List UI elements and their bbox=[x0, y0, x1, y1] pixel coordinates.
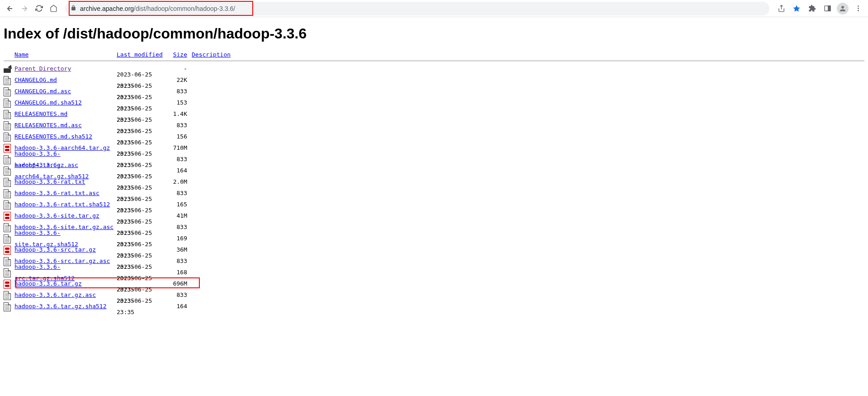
archive-file-icon bbox=[4, 246, 11, 255]
file-size: 833 bbox=[171, 289, 187, 301]
file-size: 833 bbox=[171, 119, 187, 131]
svg-point-4 bbox=[858, 8, 859, 9]
file-size: 833 bbox=[171, 86, 187, 97]
file-size: 164 bbox=[171, 301, 187, 312]
svg-point-5 bbox=[858, 10, 859, 11]
parent-directory-link[interactable]: Parent Directory bbox=[14, 65, 71, 72]
file-link[interactable]: hadoop-3.3.6.tar.gz.asc bbox=[14, 291, 96, 298]
text-file-icon bbox=[4, 99, 11, 108]
file-size: 1.4K bbox=[171, 108, 187, 119]
home-button[interactable] bbox=[47, 2, 60, 15]
forward-button[interactable] bbox=[18, 2, 31, 15]
file-link[interactable]: CHANGELOG.md bbox=[14, 76, 57, 83]
file-size: 833 bbox=[171, 221, 187, 233]
file-size: 164 bbox=[171, 165, 187, 176]
text-file-icon bbox=[4, 133, 11, 142]
text-file-icon bbox=[4, 257, 11, 266]
file-link[interactable]: RELEASENOTES.md.sha512 bbox=[14, 133, 92, 140]
menu-icon[interactable] bbox=[852, 2, 864, 15]
listing-header: Name Last modified Size Description bbox=[4, 51, 864, 60]
profile-avatar[interactable] bbox=[836, 2, 849, 15]
file-size: 833 bbox=[171, 187, 187, 199]
file-size: 833 bbox=[171, 255, 187, 267]
text-file-icon bbox=[4, 302, 11, 311]
text-file-icon bbox=[4, 87, 11, 96]
file-size: 41M bbox=[171, 210, 187, 221]
text-file-icon bbox=[4, 234, 11, 243]
text-file-icon bbox=[4, 167, 11, 176]
file-size: 153 bbox=[171, 97, 187, 108]
file-link[interactable]: hadoop-3.3.6.tar.gz bbox=[14, 280, 82, 287]
file-link[interactable]: CHANGELOG.md.sha512 bbox=[14, 99, 82, 106]
directory-listing: Name Last modified Size Description Pare… bbox=[4, 51, 864, 312]
file-link[interactable]: hadoop-3.3.6-rat.txt.sha512 bbox=[14, 201, 110, 208]
file-size: 156 bbox=[171, 131, 187, 142]
file-size: 169 bbox=[171, 233, 187, 244]
sort-modified[interactable]: Last modified bbox=[117, 51, 163, 58]
file-link[interactable]: hadoop-3.3.6-site.tar.gz bbox=[14, 212, 99, 219]
parent-size: - bbox=[171, 63, 187, 74]
page-title: Index of /dist/hadoop/common/hadoop-3.3.… bbox=[4, 25, 864, 42]
reload-button[interactable] bbox=[33, 2, 45, 15]
file-size: 168 bbox=[171, 267, 187, 278]
file-link[interactable]: hadoop-3.3.6-src.tar.gz bbox=[14, 246, 96, 253]
archive-file-icon bbox=[4, 144, 11, 153]
sort-description[interactable]: Description bbox=[192, 51, 231, 58]
text-file-icon bbox=[4, 223, 11, 232]
archive-file-icon bbox=[4, 212, 11, 221]
share-icon[interactable] bbox=[775, 2, 788, 15]
text-file-icon bbox=[4, 155, 11, 164]
file-link[interactable]: hadoop-3.3.6-rat.txt.asc bbox=[14, 190, 99, 196]
file-row: hadoop-3.3.6.tar.gz.sha512 2023-06-25 23… bbox=[4, 301, 864, 312]
svg-point-3 bbox=[858, 5, 859, 7]
bookmark-star-icon[interactable] bbox=[790, 2, 803, 15]
file-size: 833 bbox=[171, 153, 187, 165]
parent-dir-icon bbox=[4, 66, 13, 73]
page-content: Index of /dist/hadoop/common/hadoop-3.3.… bbox=[0, 17, 868, 315]
svg-rect-2 bbox=[828, 6, 830, 11]
file-link[interactable]: CHANGELOG.md.asc bbox=[14, 88, 71, 95]
address-bar[interactable]: archive.apache.org/dist/hadoop/common/ha… bbox=[65, 2, 769, 15]
side-panel-icon[interactable] bbox=[821, 2, 834, 15]
file-size: 696M bbox=[171, 278, 187, 289]
file-size: 22K bbox=[171, 74, 187, 86]
file-modified: 2023-06-25 23:35 bbox=[117, 295, 171, 316]
text-file-icon bbox=[4, 291, 11, 300]
file-size: 36M bbox=[171, 244, 187, 255]
url-text: archive.apache.org/dist/hadoop/common/ha… bbox=[80, 5, 235, 12]
text-file-icon bbox=[4, 268, 11, 277]
file-size: 165 bbox=[171, 199, 187, 210]
text-file-icon bbox=[4, 178, 11, 187]
text-file-icon bbox=[4, 200, 11, 210]
file-link[interactable]: hadoop-3.3.6-rat.txt bbox=[14, 178, 85, 185]
archive-file-icon bbox=[4, 280, 11, 289]
extensions-icon[interactable] bbox=[806, 2, 818, 15]
file-link[interactable]: RELEASENOTES.md.asc bbox=[14, 122, 82, 129]
text-file-icon bbox=[4, 76, 11, 85]
sort-size[interactable]: Size bbox=[173, 51, 187, 58]
file-link[interactable]: RELEASENOTES.md bbox=[14, 110, 67, 117]
browser-toolbar: archive.apache.org/dist/hadoop/common/ha… bbox=[0, 0, 868, 17]
text-file-icon bbox=[4, 110, 11, 119]
text-file-icon bbox=[4, 121, 11, 130]
toolbar-right bbox=[775, 2, 864, 15]
sort-name[interactable]: Name bbox=[14, 51, 28, 58]
file-size: 2.0M bbox=[171, 176, 187, 187]
file-size: 710M bbox=[171, 142, 187, 153]
text-file-icon bbox=[4, 189, 11, 198]
header-divider bbox=[4, 61, 864, 61]
file-link[interactable]: hadoop-3.3.6.tar.gz.sha512 bbox=[14, 303, 107, 310]
lock-icon bbox=[71, 5, 76, 13]
back-button[interactable] bbox=[4, 2, 16, 15]
